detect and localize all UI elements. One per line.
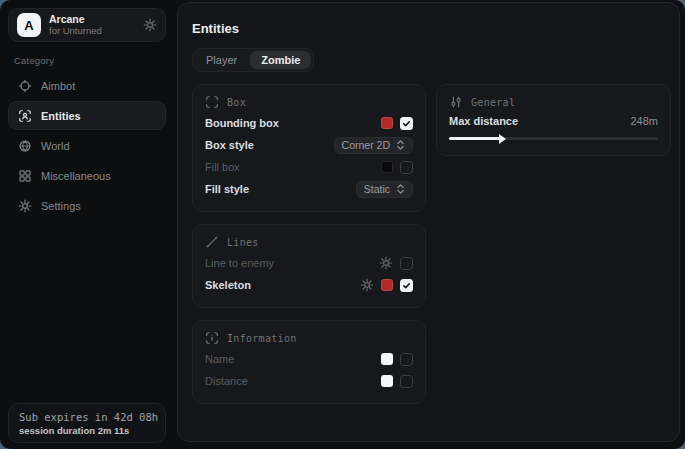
dropdown-value: Static [364, 183, 390, 195]
distance-checkbox[interactable] [400, 375, 413, 388]
card-title: Information [227, 333, 297, 344]
setting-label: Line to enemy [205, 257, 274, 269]
sidebar-item-miscellaneous[interactable]: Miscellaneous [8, 161, 166, 190]
card-title: Lines [227, 237, 259, 248]
fill-box-checkbox[interactable] [400, 161, 413, 174]
left-column: BoxBounding boxBox styleCorner 2DFill bo… [192, 84, 426, 404]
slider-value: 248m [630, 115, 658, 127]
app-subtitle: for Unturned [49, 26, 135, 36]
arcane-window: A Arcane for Unturned Category AimbotEnt… [0, 0, 685, 449]
info-scan-icon [205, 331, 219, 345]
card-lines: LinesLine to enemySkeleton [192, 224, 426, 308]
row-controls [379, 256, 413, 270]
row-controls [381, 161, 413, 174]
entity-tabs: PlayerZombie [192, 48, 314, 72]
setting-label: Box style [205, 139, 254, 151]
name-checkbox[interactable] [400, 353, 413, 366]
sidebar: A Arcane for Unturned Category AimbotEnt… [0, 0, 175, 449]
setting-label: Name [205, 353, 234, 365]
name-color-swatch[interactable] [381, 353, 393, 365]
fill-box-color-swatch[interactable] [381, 161, 393, 173]
setting-label: Fill box [205, 161, 240, 173]
gear-icon[interactable] [143, 18, 157, 32]
card-header: General [449, 95, 658, 109]
tab-player[interactable]: Player [195, 51, 248, 69]
box-style-dropdown[interactable]: Corner 2D [334, 137, 413, 154]
slider-label: Max distance [449, 115, 518, 127]
row-controls: Static [356, 181, 413, 198]
row-controls [381, 117, 413, 130]
fill-style-dropdown[interactable]: Static [356, 181, 413, 198]
gear-icon[interactable] [379, 256, 393, 270]
setting-row-skeleton: Skeleton [205, 274, 413, 296]
card-columns: BoxBounding boxBox styleCorner 2DFill bo… [192, 84, 671, 404]
skeleton-color-swatch[interactable] [381, 279, 393, 291]
card-general: GeneralMax distance248m [436, 84, 671, 156]
sidebar-item-label: Settings [41, 200, 81, 212]
subscription-info: Sub expires in 42d 08h session duration … [8, 403, 166, 443]
card-header: Lines [205, 235, 413, 249]
max-distance-slider[interactable] [449, 132, 658, 144]
app-logo: A [17, 13, 41, 37]
distance-color-swatch[interactable] [381, 375, 393, 387]
row-controls [381, 375, 413, 388]
setting-row-fill-box: Fill box [205, 156, 413, 178]
setting-row-line-to-enemy: Line to enemy [205, 252, 413, 274]
sliders-icon [449, 95, 463, 109]
sidebar-item-label: Entities [41, 110, 81, 122]
page-title: Entities [192, 21, 671, 36]
app-name: Arcane [49, 14, 135, 25]
setting-label: Fill style [205, 183, 249, 195]
globe-icon [18, 139, 32, 153]
card-title: Box [227, 97, 246, 108]
setting-row-bounding-box: Bounding box [205, 112, 413, 134]
bounding-box-color-swatch[interactable] [381, 117, 393, 129]
app-meta: Arcane for Unturned [49, 14, 135, 36]
sidebar-nav: AimbotEntitiesWorldMiscellaneousSettings [8, 71, 166, 220]
setting-row-box-style: Box styleCorner 2D [205, 134, 413, 156]
slider-row-max-distance: Max distance248m [449, 112, 658, 144]
card-box: BoxBounding boxBox styleCorner 2DFill bo… [192, 84, 426, 212]
setting-label: Skeleton [205, 279, 251, 291]
box-corners-icon [205, 95, 219, 109]
sub-expiry-text: Sub expires in 42d 08h [19, 411, 155, 423]
session-duration-text: session duration 2m 11s [19, 425, 155, 436]
sidebar-item-label: Aimbot [41, 80, 75, 92]
right-column: GeneralMax distance248m [436, 84, 671, 156]
scan-person-icon [18, 109, 32, 123]
main-panel: Entities PlayerZombie BoxBounding boxBox… [177, 2, 680, 442]
slider-fill [449, 137, 501, 140]
setting-row-distance: Distance [205, 370, 413, 392]
setting-label: Distance [205, 375, 248, 387]
chevrons-up-down-icon [396, 139, 405, 151]
sidebar-item-label: Miscellaneous [41, 170, 111, 182]
grid-icon [18, 169, 32, 183]
setting-row-name: Name [205, 348, 413, 370]
sidebar-item-label: World [41, 140, 70, 152]
sidebar-item-settings[interactable]: Settings [8, 191, 166, 220]
setting-label: Bounding box [205, 117, 279, 129]
sidebar-item-aimbot[interactable]: Aimbot [8, 71, 166, 100]
tab-zombie[interactable]: Zombie [250, 51, 311, 69]
row-controls: Corner 2D [334, 137, 413, 154]
card-header: Information [205, 331, 413, 345]
bounding-box-checkbox[interactable] [400, 117, 413, 130]
card-information: InformationNameDistance [192, 320, 426, 404]
setting-row-fill-style: Fill styleStatic [205, 178, 413, 200]
row-controls [381, 353, 413, 366]
sidebar-item-entities[interactable]: Entities [8, 101, 166, 130]
gear-icon [18, 199, 32, 213]
app-header: A Arcane for Unturned [8, 8, 166, 42]
card-header: Box [205, 95, 413, 109]
sidebar-item-world[interactable]: World [8, 131, 166, 160]
line-to-enemy-checkbox[interactable] [400, 257, 413, 270]
line-icon [205, 235, 219, 249]
gear-icon[interactable] [360, 278, 374, 292]
dropdown-value: Corner 2D [342, 139, 390, 151]
chevrons-up-down-icon [396, 183, 405, 195]
crosshair-icon [18, 79, 32, 93]
slider-thumb[interactable] [499, 134, 506, 144]
card-title: General [471, 97, 515, 108]
skeleton-checkbox[interactable] [400, 279, 413, 292]
category-label: Category [14, 55, 54, 66]
